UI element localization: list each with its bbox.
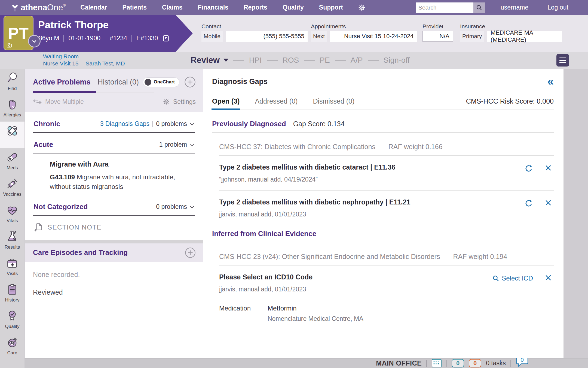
stage-ros[interactable]: ROS	[283, 56, 299, 65]
diagnosis-gaps-link[interactable]: 3 Diagnosis Gaps	[100, 120, 150, 128]
search-button[interactable]	[473, 2, 485, 13]
gap-attribution: jjarvis, manual add, 01/01/2023	[219, 286, 492, 293]
settings-gear-icon[interactable]	[358, 4, 366, 12]
problems-settings-button[interactable]: Settings	[163, 98, 196, 105]
stage-connector	[335, 60, 346, 61]
sidebar-item-history[interactable]: History	[0, 280, 24, 307]
sidebar-item-vitals[interactable]: Vitals	[0, 201, 24, 227]
avatar[interactable]: PT	[4, 16, 33, 50]
logout-link[interactable]: Log out	[547, 4, 568, 11]
chevron-down-icon[interactable]	[190, 204, 194, 208]
insurance-title: Insurance	[460, 23, 485, 30]
expand-banner-button[interactable]	[28, 35, 41, 47]
nav-item-reports[interactable]: Reports	[244, 4, 267, 11]
inferred-heading: Inferred from Clinical Evidence	[212, 230, 316, 238]
stage-connector	[267, 60, 278, 61]
sidebar-item-meds[interactable]: Meds	[0, 148, 24, 174]
evidence-source: Nomenclature Medical Centre, MA	[268, 315, 363, 322]
tasks-count[interactable]: 0 tasks	[486, 360, 506, 367]
sidebar-item-results[interactable]: Results	[0, 227, 24, 254]
tab-open[interactable]: Open (3)	[212, 97, 240, 110]
inbox-count-badge[interactable]: 0	[452, 359, 464, 367]
sidebar-item-care[interactable]: Care	[0, 333, 24, 360]
stage-review-dropdown[interactable]: Review	[191, 55, 228, 65]
nav-item-quality[interactable]: Quality	[283, 4, 304, 11]
patient-banner: PT Patrick Thorpe 36yo M 01-01-1900 #123…	[0, 15, 588, 52]
select-icd-button[interactable]: Select ICD	[492, 275, 533, 282]
patient-age-sex: 36yo M	[39, 35, 59, 42]
section-acute: Acute 1 problem	[33, 133, 195, 153]
care-episodes-reviewed[interactable]: Reviewed	[33, 288, 195, 296]
move-multiple-button[interactable]: Move Multiple	[33, 98, 84, 105]
username-menu[interactable]: username	[501, 4, 528, 11]
stage-ap[interactable]: A/P	[351, 56, 363, 65]
search-input[interactable]	[416, 2, 473, 13]
nav-item-financials[interactable]: Financials	[198, 4, 228, 11]
chevron-down-icon[interactable]	[190, 142, 194, 146]
sidebar-item-visits[interactable]: Visits	[0, 254, 24, 280]
nav-item-patients[interactable]: Patients	[122, 4, 147, 11]
visits-bag-icon	[6, 257, 19, 270]
chart-sidebar: Find Allergies Meds Vaccines Vitals Resu…	[0, 69, 24, 368]
sidebar-item-problems[interactable]	[0, 122, 24, 148]
chronic-heading: Chronic	[33, 120, 60, 128]
tab-addressed[interactable]: Addressed (0)	[255, 97, 298, 110]
cms-hcc-risk-score: CMS-HCC Risk Score: 0.000	[466, 97, 554, 110]
onechart-toggle[interactable]: OneChart	[143, 77, 179, 87]
insurance-primary-value[interactable]: MEDICARE-MA (MEDICARE)	[487, 31, 562, 42]
next-appointment-value[interactable]: Nurse Visit 15 10-24-2024	[330, 31, 417, 42]
chevron-down-icon[interactable]	[190, 121, 194, 126]
tab-dismissed[interactable]: Dismissed (0)	[313, 97, 354, 110]
separator	[63, 35, 64, 42]
tab-historical[interactable]: Historical (0)	[98, 78, 139, 86]
onechart-label: OneChart	[154, 79, 175, 85]
dismiss-button[interactable]	[544, 199, 552, 207]
sidebar-item-find[interactable]: Find	[0, 69, 24, 95]
alert-count-badge[interactable]: 0	[469, 359, 481, 367]
care-episodes-empty-text: None recorded.	[33, 271, 195, 279]
section-note-button[interactable]: SECTION NOTE	[33, 216, 195, 240]
nav-item-support[interactable]: Support	[319, 4, 343, 11]
icd10-code: G43.109	[50, 173, 75, 181]
encounter-note-icon[interactable]	[162, 35, 170, 42]
dismiss-button[interactable]	[544, 274, 552, 282]
results-flask-icon	[6, 230, 19, 243]
not-categorized-count[interactable]: 0 problems	[156, 203, 187, 210]
breadcrumb-location[interactable]: Waiting Room	[43, 53, 79, 60]
avatar-initials: PT	[8, 24, 29, 42]
nav-item-calendar[interactable]: Calendar	[80, 4, 107, 11]
schedule-calendar-icon[interactable]	[431, 359, 442, 368]
plus-icon	[184, 76, 196, 88]
acute-problem-count[interactable]: 1 problem	[159, 141, 187, 148]
add-care-episode-button[interactable]	[185, 247, 196, 258]
readdress-button[interactable]	[524, 164, 533, 173]
sidebar-item-allergies[interactable]: Allergies	[0, 95, 24, 122]
readdress-button[interactable]	[524, 199, 533, 208]
logo-registered-mark: ®	[63, 3, 66, 7]
breadcrumb-visit-link[interactable]: Nurse Visit 15	[43, 60, 78, 67]
encounter-menu-button[interactable]	[556, 54, 569, 67]
collapse-panel-button[interactable]: «	[547, 77, 554, 86]
search-icon	[492, 275, 499, 282]
section-not-categorized: Not Categorized 0 problems	[33, 199, 195, 216]
department-name[interactable]: MAIN OFFICE	[376, 359, 422, 367]
stage-pe[interactable]: PE	[320, 56, 330, 65]
chronic-problem-count[interactable]: 0 problems	[156, 120, 187, 128]
next-appointment-label: Next	[311, 31, 327, 42]
panel-divider	[25, 240, 203, 243]
provider-value[interactable]: N/A	[422, 31, 453, 42]
athenaone-logo[interactable]: athenaOne®	[11, 3, 66, 13]
breadcrumb-provider-link[interactable]: Sarah Test, MD	[85, 60, 125, 67]
stage-hpi[interactable]: HPI	[249, 56, 262, 65]
dismiss-button[interactable]	[544, 164, 552, 172]
tab-active-problems[interactable]: Active Problems	[33, 78, 91, 86]
redo-icon	[524, 164, 533, 173]
nav-item-claims[interactable]: Claims	[162, 4, 182, 11]
sidebar-item-quality[interactable]: Quality	[0, 307, 24, 333]
stage-signoff[interactable]: Sign-off	[384, 56, 410, 65]
sidebar-item-vaccines[interactable]: Vaccines	[0, 174, 24, 201]
add-problem-button[interactable]	[184, 76, 196, 88]
contact-mobile-value[interactable]: (555) 555-5555	[226, 31, 308, 42]
problem-migraine[interactable]: Migrane with Aura G43.109 Migrane with a…	[33, 153, 195, 199]
camera-icon[interactable]	[6, 42, 13, 48]
